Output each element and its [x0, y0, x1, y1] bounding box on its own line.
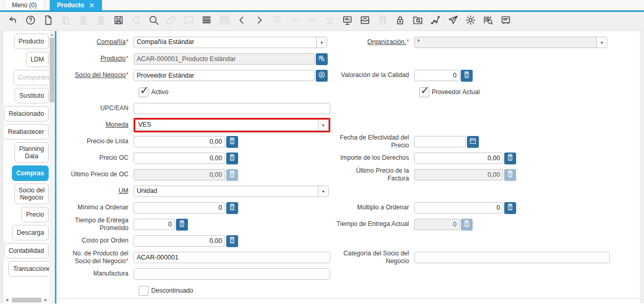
save-icon	[113, 14, 124, 28]
sidebar-tab-precio[interactable]: Precio	[21, 207, 49, 222]
proveedor-actual-checkbox[interactable]	[419, 87, 429, 97]
detail-record-icon	[254, 14, 265, 28]
toolbar-private-lock-button[interactable]	[394, 15, 406, 27]
toolbar-product-info-button[interactable]	[482, 15, 494, 27]
scroll-left-icon[interactable]: ◄	[5, 298, 9, 302]
business-partner-button[interactable]	[316, 70, 328, 82]
calculator-button[interactable]	[226, 136, 238, 148]
toolbar-delete-selection-button	[95, 15, 107, 27]
scrollbar-thumb[interactable]	[50, 38, 54, 102]
parent-record-icon	[236, 14, 247, 28]
scroll-up-icon[interactable]: ▲	[49, 31, 55, 37]
um-label: UM	[56, 187, 134, 195]
sidebar-tab-contabilidad[interactable]: Contabilidad	[4, 243, 49, 259]
sidebar-tab-reabastecer[interactable]: Reabastecer	[4, 124, 49, 140]
costo-orden-field[interactable]	[134, 235, 225, 247]
toolbar-report-button[interactable]	[341, 15, 354, 27]
tab-producto[interactable]: Producto ✕	[50, 0, 102, 10]
sidebar-tab-compras[interactable]: Compras	[12, 165, 49, 181]
minimo-ordenar-field[interactable]	[134, 202, 225, 214]
toolbar-new-record-button[interactable]	[42, 15, 54, 27]
calculator-button[interactable]	[226, 202, 238, 214]
toolbar-parent-record-button[interactable]	[236, 15, 248, 27]
sidebar-tab-sustituto[interactable]: Sustituto	[14, 88, 49, 103]
sidebar-tab-producto[interactable]: Producto	[14, 34, 49, 49]
sidebar-horizontal-scrollbar[interactable]: ◄ ►	[4, 297, 49, 303]
compania-combo[interactable]: Compañía Estándar ▾	[134, 37, 327, 48]
toolbar-undo-button[interactable]	[7, 15, 19, 27]
calculator-button[interactable]	[504, 153, 516, 164]
close-icon[interactable]: ✕	[89, 2, 95, 9]
calculator-button[interactable]	[226, 153, 238, 164]
toolbar-find-button[interactable]	[148, 15, 160, 27]
toolbar-help-button[interactable]	[24, 15, 37, 27]
calendar-button[interactable]	[467, 136, 479, 148]
socio-negocio-field[interactable]	[134, 70, 315, 81]
sidebar-tab-relacionado[interactable]: Relacionado	[4, 106, 49, 121]
ultimo-precio-oc-field	[134, 169, 225, 180]
sidebar-tab-label: Descarga	[17, 229, 44, 236]
activo-checkbox[interactable]	[139, 87, 149, 97]
product-search-button[interactable]	[316, 53, 328, 65]
multiplo-ordenar-field[interactable]	[414, 202, 503, 214]
organizacion-value: *	[415, 37, 596, 48]
sidebar-tab-label: Precio	[26, 211, 44, 218]
sidebar-tab-socio-del-negocio[interactable]: Socio del Negocio	[14, 184, 49, 204]
chevron-down-icon[interactable]: ▾	[596, 37, 607, 48]
chevron-down-icon[interactable]: ▾	[316, 37, 327, 48]
toolbar-grid-toggle-button[interactable]	[200, 15, 213, 27]
descontinuado-checkbox[interactable]	[139, 286, 149, 296]
sidebar-tab-transaccione[interactable]: Transaccione▾	[8, 261, 49, 277]
compania-label: Compañía*	[56, 38, 134, 46]
toolbar-zoom-across-button[interactable]	[412, 15, 424, 27]
chevron-down-icon[interactable]: ▾	[318, 186, 328, 196]
moneda-label: Moneda	[56, 121, 134, 129]
fecha-efectividad-field[interactable]	[414, 136, 466, 147]
toolbar-save-button[interactable]	[112, 15, 125, 27]
scrollbar-thumb[interactable]	[12, 298, 41, 302]
upc-ean-field[interactable]	[134, 103, 330, 114]
importe-derechos-field[interactable]	[414, 153, 503, 164]
precio-oc-field[interactable]	[134, 153, 225, 164]
toolbar-quick-form-button[interactable]	[500, 15, 512, 27]
manufactura-field[interactable]	[134, 268, 330, 280]
valoracion-field[interactable]	[414, 70, 460, 81]
ultimo-precio-oc-label: Último Precio de OC	[56, 171, 134, 178]
chevron-down-icon[interactable]: ▾	[318, 120, 328, 130]
no-producto-socio-label: No. de Producto del Socio del Negocio*	[56, 250, 134, 266]
calculator-icon	[228, 236, 236, 246]
sidebar-tab-descarga[interactable]: Descarga	[12, 225, 49, 240]
tiempo-actual-field	[414, 219, 460, 230]
categoria-socio-field[interactable]	[414, 252, 610, 263]
previous-record-icon	[289, 14, 300, 28]
precio-lista-field[interactable]	[134, 136, 225, 147]
toolbar-workflow-button[interactable]	[429, 15, 442, 27]
organizacion-combo[interactable]: * ▾	[414, 37, 607, 48]
sidebar-tab-planning-data[interactable]: Planning Data	[14, 142, 49, 163]
undo-icon	[7, 14, 19, 28]
toolbar-settings-gear-button[interactable]	[464, 15, 477, 27]
calculator-button[interactable]	[504, 202, 516, 214]
calculator-button[interactable]	[226, 235, 238, 247]
manufactura-label: Manufactura	[56, 270, 134, 278]
scroll-right-icon[interactable]: ►	[43, 298, 48, 302]
delete-record-icon	[78, 14, 89, 28]
toolbar-refresh-button	[130, 15, 142, 27]
find-icon	[148, 14, 159, 28]
calculator-button[interactable]	[176, 219, 188, 231]
sidebar-vertical-scrollbar[interactable]: ▲	[49, 31, 55, 303]
toolbar-archive-button[interactable]	[359, 15, 371, 27]
toolbar-detail-record-button[interactable]	[253, 15, 266, 27]
settings-gear-icon	[465, 14, 476, 28]
sidebar-tab-ldm[interactable]: LDM	[26, 52, 49, 67]
no-producto-socio-field[interactable]	[134, 252, 330, 263]
moneda-combo[interactable]: VES ▾	[135, 119, 329, 131]
um-combo[interactable]: Unidad ▾	[134, 186, 329, 197]
tiempo-prometido-field[interactable]	[134, 219, 175, 230]
quick-form-icon	[500, 14, 511, 28]
attachment-icon	[166, 14, 177, 28]
toolbar-print-button	[376, 15, 389, 27]
calculator-button[interactable]	[461, 70, 473, 82]
tab-menu[interactable]: Menú (0)	[4, 0, 45, 10]
toolbar-send-request-button[interactable]	[447, 15, 459, 27]
